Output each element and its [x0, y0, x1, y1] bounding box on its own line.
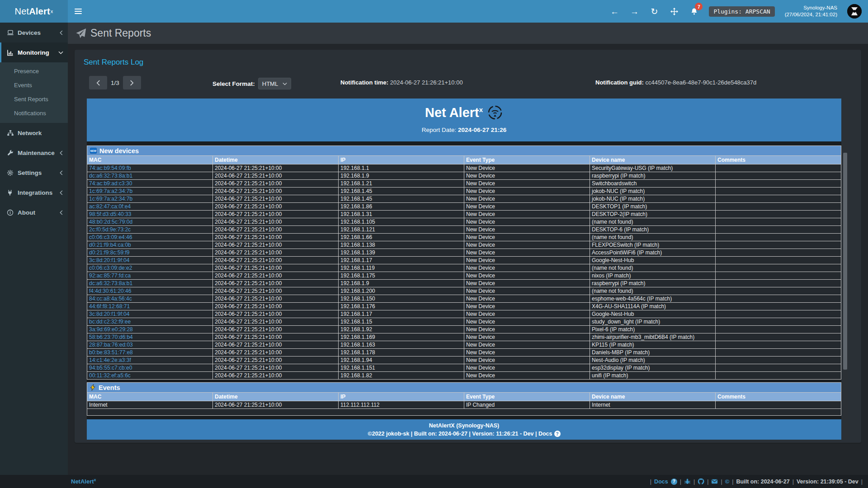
mac-link[interactable]: 74:ac:b9:54:09:fb: [89, 165, 131, 171]
table-cell: New Device: [464, 172, 590, 180]
sidebar-item-sent-reports[interactable]: Sent Reports: [0, 92, 68, 106]
mac-link[interactable]: d0:21:f9:b4:ca:0b: [89, 242, 131, 248]
table-row: 74:ac:b9:ad:c3:302024-06-27 21:25:21+10:…: [87, 180, 841, 188]
avatar[interactable]: [847, 4, 862, 19]
table-cell: DESKTOP1 (IP match): [590, 203, 716, 211]
table-cell: New Device: [464, 249, 590, 257]
mac-link[interactable]: 74:ac:b9:ad:c3:30: [89, 180, 132, 187]
sidebar-item-presence[interactable]: Presence: [0, 64, 68, 78]
sidebar-item-settings[interactable]: Settings: [0, 163, 68, 183]
mac-link[interactable]: b0:be:83:51:77:e8: [89, 349, 133, 356]
mac-link[interactable]: 48:b0:2d:5c:79:0d: [89, 219, 132, 225]
report-preview: Net Alertx Report Date: 2024-06-27 21:26…: [87, 99, 841, 440]
sidebar-item-integrations[interactable]: Integrations: [0, 183, 68, 202]
column-header: Comments: [716, 156, 841, 164]
table-header-row: MAC Datetime IP Event Type Device name C…: [87, 393, 841, 401]
mac-link[interactable]: 84:cc:a8:4a:56:4c: [89, 296, 132, 302]
table-cell: 192.168.1.45: [339, 195, 464, 203]
next-page-button[interactable]: [123, 76, 141, 89]
mac-link[interactable]: 3a:9d:69:e0:29:28: [89, 326, 133, 333]
scrollbar-thumb[interactable]: [843, 153, 847, 370]
sidebar-toggle-button[interactable]: [68, 0, 89, 23]
mac-link[interactable]: ac:82:47:ca:0f:e4: [89, 203, 131, 210]
github-icon[interactable]: [698, 478, 704, 485]
table-cell: New Device: [464, 180, 590, 188]
table-cell: New Device: [464, 241, 590, 249]
mac-link[interactable]: 1c:69:7a:a2:34:7b: [89, 196, 132, 202]
move-icon[interactable]: [669, 6, 679, 16]
mac-link[interactable]: 44:6f:f8:12:68:71: [89, 303, 130, 310]
mac-link[interactable]: dc:a6:32:73:8a:b1: [89, 173, 132, 179]
help-icon[interactable]: ?: [671, 479, 677, 485]
mac-link[interactable]: 1c:69:7a:a2:34:7b: [89, 188, 132, 194]
sidebar-item-network[interactable]: Network: [0, 123, 68, 143]
sidebar-item-monitoring[interactable]: Monitoring: [0, 42, 68, 62]
table-cell: 192.168.1.119: [339, 264, 464, 272]
table-cell: [716, 249, 841, 257]
back-icon[interactable]: ←: [609, 6, 619, 16]
bug-report-icon[interactable]: [684, 478, 691, 485]
sent-reports-log-link[interactable]: Sent Reports Log: [84, 58, 143, 67]
mac-link[interactable]: dc:a6:32:73:8a:b1: [89, 280, 132, 286]
copyright-icon[interactable]: ©: [725, 478, 730, 485]
mac-link[interactable]: 58:b6:23:70:d6:b4: [89, 334, 133, 340]
mac-link[interactable]: 14:c1:4e:2e:a3:3f: [89, 357, 131, 363]
sent-reports-card: Sent Reports Log 1/3 Select Format: HTML: [75, 50, 861, 443]
report-body: NEW New devices MAC Datetime IP Event Ty…: [87, 141, 841, 440]
mac-link[interactable]: bc:dd:c2:32:f9:ee: [89, 319, 131, 325]
refresh-icon[interactable]: ↻: [649, 6, 659, 16]
table-cell: unifi (IP match): [590, 372, 716, 380]
table-cell: [716, 241, 841, 249]
mac-link[interactable]: 3c:8d:20:f1:9f:04: [89, 257, 129, 263]
docs-help-icon[interactable]: ?: [554, 431, 561, 437]
notifications-bell[interactable]: 7: [689, 6, 699, 16]
sidebar-item-label: Network: [18, 130, 42, 136]
table-cell: 2c:f0:5d:9e:73:2c: [87, 226, 213, 234]
notification-time: Notification time: 2024-06-27 21:26:21+1…: [340, 79, 463, 86]
mac-link[interactable]: 98:5f:d3:d5:40:33: [89, 211, 131, 217]
mac-link[interactable]: c0:06:c3:09:e4:46: [89, 234, 132, 240]
separator: |: [650, 479, 651, 485]
footer-brand[interactable]: NetAlertx: [71, 478, 96, 485]
table-cell: 2024-06-27 21:25:21+10:00: [213, 188, 339, 195]
mac-link[interactable]: 00:11:32:ef:a5:6c: [89, 372, 131, 379]
docs-link[interactable]: Docs: [654, 479, 668, 485]
app-logo[interactable]: NetAlertx: [0, 0, 68, 23]
report-date: Report Date: 2024-06-27 21:26: [87, 127, 841, 133]
mac-link[interactable]: d0:21:f9:8c:59:f9: [89, 249, 129, 256]
mac-link[interactable]: 92:ac:85:77:fd:ca: [89, 272, 131, 279]
table-cell: jokob-NUC (IP match): [590, 195, 716, 203]
mac-link[interactable]: 2c:f0:5d:9e:73:2c: [89, 226, 131, 233]
sidebar-item-devices[interactable]: Devices: [0, 23, 68, 42]
table-row: 98:5f:d3:d5:40:332024-06-27 21:25:21+10:…: [87, 211, 841, 218]
table-cell: c0:06:c3:09:de:e2: [87, 264, 213, 272]
prev-page-button[interactable]: [89, 76, 107, 89]
chart-bar-icon: [7, 49, 14, 56]
table-cell: New Device: [464, 195, 590, 203]
table-cell: 28:87:ba:76:ed:03: [87, 341, 213, 349]
table-cell: [716, 364, 841, 372]
forward-icon[interactable]: →: [629, 6, 639, 16]
plugins-status-badge[interactable]: Plugins: ARPSCAN: [709, 6, 774, 17]
chevron-down-icon: [283, 82, 287, 85]
table-row: 1c:69:7a:a2:34:7b2024-06-27 21:25:21+10:…: [87, 188, 841, 195]
mac-link[interactable]: c0:06:c3:09:de:e2: [89, 265, 132, 271]
table-cell: [716, 264, 841, 272]
sidebar-item-about[interactable]: About: [0, 202, 68, 222]
table-cell: [716, 287, 841, 295]
sidebar-item-maintenance[interactable]: Maintenance: [0, 143, 68, 163]
mac-link[interactable]: f4:4d:30:61:20:46: [89, 288, 131, 294]
table-cell: nixos (IP match): [590, 272, 716, 280]
table-cell: 192.168.1.86: [339, 203, 464, 211]
brand-sup: x: [51, 9, 53, 14]
sidebar-item-events[interactable]: Events: [0, 78, 68, 92]
format-select[interactable]: HTML: [258, 78, 291, 89]
column-header: MAC: [87, 156, 213, 164]
sidebar-item-notifications[interactable]: Notifications: [0, 106, 68, 120]
email-icon[interactable]: [711, 478, 718, 485]
report-scrollbar[interactable]: [843, 99, 848, 440]
mac-link[interactable]: 3c:8d:20:f1:9f:04: [89, 311, 129, 317]
mac-link[interactable]: 94:b5:55:c7:cb:e0: [89, 365, 132, 371]
table-cell: New Device: [464, 257, 590, 264]
mac-link[interactable]: 28:87:ba:76:ed:03: [89, 342, 133, 348]
